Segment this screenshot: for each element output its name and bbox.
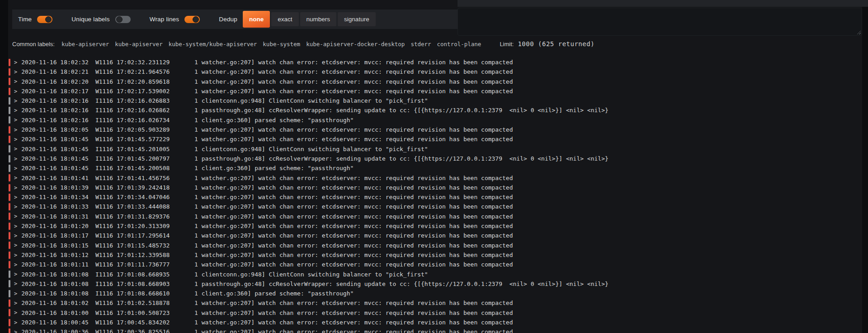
chevron-right-icon[interactable]: > xyxy=(14,117,17,123)
log-row[interactable]: > 2020-11-16 18:02:16 I1116 17:02:16.026… xyxy=(8,115,862,125)
log-message: W1116 17:02:17.539002 1 watcher.go:207] … xyxy=(95,86,513,96)
log-timestamp: 2020-11-16 18:02:16 xyxy=(21,115,89,125)
chevron-right-icon[interactable]: > xyxy=(14,127,17,133)
chevron-right-icon[interactable]: > xyxy=(14,195,17,200)
log-row[interactable]: > 2020-11-16 18:02:16 I1116 17:02:16.026… xyxy=(8,105,862,115)
chevron-right-icon[interactable]: > xyxy=(14,98,17,104)
chevron-right-icon[interactable]: > xyxy=(14,281,17,286)
dedup-option-exact[interactable]: exact xyxy=(271,12,298,26)
log-message: W1116 17:01:33.444088 1 watcher.go:207] … xyxy=(95,202,513,211)
cropped-panel-above xyxy=(458,0,868,7)
chevron-right-icon[interactable]: > xyxy=(14,108,17,113)
chevron-right-icon[interactable]: > xyxy=(14,137,17,142)
chevron-right-icon[interactable]: > xyxy=(14,252,17,258)
log-timestamp: 2020-11-16 18:01:33 xyxy=(21,202,89,211)
log-row[interactable]: > 2020-11-16 18:01:00 W1116 17:01:00.508… xyxy=(8,308,862,318)
chevron-right-icon[interactable]: > xyxy=(14,224,17,229)
chevron-right-icon[interactable]: > xyxy=(14,300,17,306)
log-row[interactable]: > 2020-11-16 18:01:08 I1116 17:01:08.668… xyxy=(8,289,862,298)
log-row[interactable]: > 2020-11-16 18:02:21 W1116 17:02:21.964… xyxy=(8,67,862,76)
log-row[interactable]: > 2020-11-16 18:01:31 W1116 17:01:31.829… xyxy=(8,212,862,221)
log-row[interactable]: > 2020-11-16 18:02:20 W1116 17:02:20.859… xyxy=(8,77,862,86)
chevron-right-icon[interactable]: > xyxy=(14,243,17,248)
chevron-right-icon[interactable]: > xyxy=(14,69,17,75)
log-row[interactable]: > 2020-11-16 18:01:11 W1116 17:01:11.736… xyxy=(8,260,862,269)
dedup-control: Dedup noneexactnumberssignature xyxy=(219,11,375,28)
wrap-lines-toggle[interactable] xyxy=(184,16,200,23)
logs-meta-row: Common labels: kube-apiserverkube-apiser… xyxy=(12,40,859,48)
chevron-right-icon[interactable]: > xyxy=(14,156,17,162)
log-row[interactable]: > 2020-11-16 18:01:08 I1116 17:01:08.668… xyxy=(8,279,862,289)
log-message: I1116 17:02:16.026734 1 client.go:360] p… xyxy=(95,115,354,125)
log-message: W1116 17:02:05.903289 1 watcher.go:207] … xyxy=(95,125,513,134)
log-row[interactable]: > 2020-11-16 18:02:32 W1116 17:02:32.231… xyxy=(8,57,862,67)
chevron-right-icon[interactable]: > xyxy=(14,320,17,325)
unique-labels-toggle[interactable] xyxy=(115,16,131,23)
log-row[interactable]: > 2020-11-16 18:00:36 W1116 17:00:36.825… xyxy=(8,327,862,333)
dedup-option-none[interactable]: none xyxy=(243,11,270,28)
log-level-bar xyxy=(9,223,10,230)
log-level-bar xyxy=(9,126,10,133)
chevron-right-icon[interactable]: > xyxy=(14,291,17,296)
chevron-right-icon[interactable]: > xyxy=(14,185,17,190)
log-timestamp: 2020-11-16 18:01:12 xyxy=(21,250,89,260)
log-message: I1116 17:01:45.200508 1 client.go:360] p… xyxy=(95,163,354,173)
chevron-right-icon[interactable]: > xyxy=(14,271,17,277)
log-row[interactable]: > 2020-11-16 18:01:17 W1116 17:01:17.295… xyxy=(8,231,862,240)
common-labels-list: kube-apiserverkube-apiserverkube-system/… xyxy=(61,40,487,48)
log-row[interactable]: > 2020-11-16 18:01:45 I1116 17:01:45.200… xyxy=(8,163,862,173)
log-timestamp: 2020-11-16 18:02:05 xyxy=(21,125,89,134)
log-message: I1116 17:01:45.200797 1 passthrough.go:4… xyxy=(95,154,609,163)
log-message: W1116 17:02:20.859618 1 watcher.go:207] … xyxy=(95,77,513,86)
log-row[interactable]: > 2020-11-16 18:01:12 W1116 17:01:12.339… xyxy=(8,250,862,260)
chevron-right-icon[interactable]: > xyxy=(14,146,17,152)
log-row[interactable]: > 2020-11-16 18:01:45 I1116 17:01:45.200… xyxy=(8,154,862,163)
log-level-bar xyxy=(9,271,10,278)
log-level-bar xyxy=(9,328,10,333)
log-row[interactable]: > 2020-11-16 18:01:33 W1116 17:01:33.444… xyxy=(8,202,862,211)
chevron-right-icon[interactable]: > xyxy=(14,89,17,94)
chevron-right-icon[interactable]: > xyxy=(14,233,17,238)
log-row[interactable]: > 2020-11-16 18:02:17 W1116 17:02:17.539… xyxy=(8,86,862,96)
log-row[interactable]: > 2020-11-16 18:01:02 W1116 17:01:02.518… xyxy=(8,298,862,308)
dedup-option-numbers[interactable]: numbers xyxy=(300,12,337,26)
log-level-bar xyxy=(9,280,10,287)
log-row[interactable]: > 2020-11-16 18:02:16 I1116 17:02:16.026… xyxy=(8,96,862,105)
log-row[interactable]: > 2020-11-16 18:01:39 W1116 17:01:39.242… xyxy=(8,183,862,192)
chevron-right-icon[interactable]: > xyxy=(14,214,17,219)
query-textarea[interactable] xyxy=(458,8,862,36)
chevron-right-icon[interactable]: > xyxy=(14,166,17,171)
log-row[interactable]: > 2020-11-16 18:01:34 W1116 17:01:34.047… xyxy=(8,192,862,202)
log-timestamp: 2020-11-16 18:02:20 xyxy=(21,77,89,86)
log-row[interactable]: > 2020-11-16 18:01:08 I1116 17:01:08.668… xyxy=(8,270,862,279)
log-row[interactable]: > 2020-11-16 18:01:45 I1116 17:01:45.201… xyxy=(8,144,862,154)
chevron-right-icon[interactable]: > xyxy=(14,60,17,65)
log-row[interactable]: > 2020-11-16 18:00:45 W1116 17:00:45.834… xyxy=(8,318,862,327)
log-row[interactable]: > 2020-11-16 18:01:41 W1116 17:01:41.456… xyxy=(8,173,862,183)
log-timestamp: 2020-11-16 18:01:11 xyxy=(21,260,89,269)
log-row[interactable]: > 2020-11-16 18:01:45 W1116 17:01:45.577… xyxy=(8,134,862,144)
chevron-right-icon[interactable]: > xyxy=(14,262,17,267)
common-label: stderr xyxy=(410,41,431,48)
common-label: kube-apiserver-docker-desktop xyxy=(306,41,405,48)
log-row[interactable]: > 2020-11-16 18:01:20 W1116 17:01:20.313… xyxy=(8,221,862,231)
dedup-group: noneexactnumberssignature xyxy=(243,11,376,28)
chevron-right-icon[interactable]: > xyxy=(14,204,17,209)
scrollbar-track[interactable] xyxy=(862,0,868,333)
log-level-bar xyxy=(9,136,10,143)
chevron-right-icon[interactable]: > xyxy=(14,310,17,315)
resize-grip-icon[interactable] xyxy=(856,30,861,34)
log-message: W1116 17:01:02.518878 1 watcher.go:207] … xyxy=(95,298,513,308)
time-toggle[interactable] xyxy=(37,16,52,23)
chevron-right-icon[interactable]: > xyxy=(14,175,17,181)
log-row[interactable]: > 2020-11-16 18:01:15 W1116 17:01:15.485… xyxy=(8,241,862,250)
log-row[interactable]: > 2020-11-16 18:02:05 W1116 17:02:05.903… xyxy=(8,125,862,134)
log-timestamp: 2020-11-16 18:02:17 xyxy=(21,86,89,96)
dedup-option-signature[interactable]: signature xyxy=(338,12,376,26)
limit-label: Limit: xyxy=(500,41,514,48)
log-level-bar xyxy=(9,107,10,114)
chevron-right-icon[interactable]: > xyxy=(14,329,17,333)
common-label: kube-system xyxy=(263,41,300,48)
log-level-bar xyxy=(9,203,10,210)
chevron-right-icon[interactable]: > xyxy=(14,79,17,84)
